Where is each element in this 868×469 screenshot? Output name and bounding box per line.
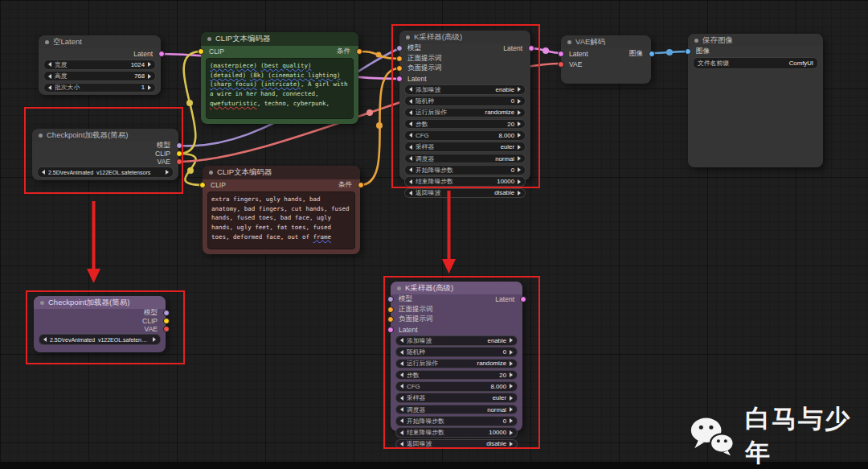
increment-arrow-icon[interactable] [510, 442, 513, 446]
negative-prompt-textarea[interactable]: extra fingers, ugly hands, bad anatomy, … [207, 191, 355, 249]
width-widget[interactable]: 宽度1024 [43, 60, 156, 70]
increment-arrow-icon[interactable] [518, 179, 521, 184]
increment-arrow-icon[interactable] [518, 156, 521, 161]
increment-arrow-icon[interactable] [510, 338, 513, 343]
filename-prefix-widget[interactable]: 文件名前缀ComfyUI [693, 57, 818, 69]
add-noise-widget[interactable]: 添加噪波enable [395, 335, 518, 346]
decrement-arrow-icon[interactable] [409, 110, 412, 115]
control-after-generate-widget[interactable]: 运行后操作randomize [395, 359, 518, 369]
node-save-image[interactable]: 保存图像 图像 文件名前缀ComfyUI [688, 34, 823, 167]
end-step-widget[interactable]: 结束降噪步数10000 [395, 427, 518, 438]
node-ksampler-advanced-top[interactable]: K采样器(高级) 模型Latent 正面提示词 负面提示词 Latent 添加噪… [399, 31, 530, 180]
model-input-port[interactable] [387, 296, 394, 302]
decrement-arrow-icon[interactable] [409, 179, 412, 184]
collapse-dot-icon[interactable] [45, 40, 49, 44]
node-title-bar[interactable]: K采样器(高级) [391, 282, 522, 294]
steps-widget[interactable]: 步数20 [404, 119, 526, 130]
increment-arrow-icon[interactable] [510, 407, 513, 412]
collapse-dot-icon[interactable] [567, 40, 571, 44]
image-output-port[interactable] [649, 51, 655, 57]
increment-arrow-icon[interactable] [148, 74, 151, 79]
decrement-arrow-icon[interactable] [400, 442, 403, 446]
start-step-widget[interactable]: 开始降噪步数0 [404, 165, 526, 175]
sampler-widget[interactable]: 采样器euler [395, 393, 518, 403]
prev-arrow-icon[interactable] [42, 170, 45, 175]
collapse-dot-icon[interactable] [39, 134, 43, 138]
decrement-arrow-icon[interactable] [48, 74, 51, 79]
return-noise-widget[interactable]: 返回噪波disable [395, 439, 518, 450]
decrement-arrow-icon[interactable] [48, 62, 51, 67]
node-title-bar[interactable]: 空Latent [39, 35, 161, 48]
decrement-arrow-icon[interactable] [409, 156, 412, 161]
negative-input-port[interactable] [387, 316, 394, 323]
batch-size-widget[interactable]: 批次大小1 [43, 83, 156, 93]
collapse-dot-icon[interactable] [207, 37, 211, 41]
decrement-arrow-icon[interactable] [400, 350, 403, 355]
node-title-bar[interactable]: 保存图像 [688, 34, 823, 47]
node-ksampler-advanced-bottom[interactable]: K采样器(高级) 模型Latent 正面提示词 负面提示词 Latent 添加噪… [391, 282, 522, 431]
increment-arrow-icon[interactable] [518, 99, 521, 104]
increment-arrow-icon[interactable] [510, 396, 513, 401]
collapse-dot-icon[interactable] [694, 39, 698, 43]
end-step-widget[interactable]: 结束降噪步数10000 [404, 176, 526, 187]
node-checkpoint-loader-top[interactable]: Checkpoint加载器(简易) 模型 CLIP VAE 2.5D\revAn… [32, 129, 178, 180]
decrement-arrow-icon[interactable] [409, 133, 412, 138]
model-output-port[interactable] [176, 142, 182, 149]
increment-arrow-icon[interactable] [510, 350, 513, 355]
decrement-arrow-icon[interactable] [409, 87, 412, 92]
next-arrow-icon[interactable] [166, 170, 169, 175]
decrement-arrow-icon[interactable] [409, 145, 412, 150]
seed-widget[interactable]: 随机种0 [404, 96, 526, 106]
increment-arrow-icon[interactable] [518, 87, 521, 92]
cfg-widget[interactable]: CFG8.000 [395, 381, 518, 392]
increment-arrow-icon[interactable] [148, 85, 151, 90]
increment-arrow-icon[interactable] [518, 110, 521, 115]
increment-arrow-icon[interactable] [518, 121, 521, 126]
decrement-arrow-icon[interactable] [409, 191, 412, 195]
node-title-bar[interactable]: Checkpoint加载器(简易) [32, 129, 178, 142]
prev-arrow-icon[interactable] [43, 337, 47, 342]
collapse-dot-icon[interactable] [406, 35, 410, 39]
collapse-dot-icon[interactable] [40, 301, 44, 305]
latent-output-port[interactable] [158, 51, 165, 57]
decrement-arrow-icon[interactable] [409, 99, 412, 104]
increment-arrow-icon[interactable] [518, 167, 521, 172]
decrement-arrow-icon[interactable] [409, 121, 412, 126]
node-graph-canvas[interactable]: 空Latent Latent 宽度1024 高度768 批次大小1 Checkp… [0, 0, 868, 469]
decrement-arrow-icon[interactable] [400, 430, 403, 435]
node-title-bar[interactable]: K采样器(高级) [399, 31, 530, 43]
conditioning-output-port[interactable] [358, 182, 364, 188]
decrement-arrow-icon[interactable] [48, 85, 51, 90]
decrement-arrow-icon[interactable] [400, 384, 403, 389]
vae-output-port[interactable] [176, 158, 182, 165]
latent-input-port[interactable] [558, 51, 564, 57]
collapse-dot-icon[interactable] [209, 171, 213, 175]
negative-input-port[interactable] [396, 65, 403, 72]
decrement-arrow-icon[interactable] [400, 372, 403, 377]
control-after-generate-widget[interactable]: 运行后操作randomize [404, 108, 526, 118]
sampler-widget[interactable]: 采样器euler [404, 142, 526, 152]
decrement-arrow-icon[interactable] [400, 418, 403, 423]
steps-widget[interactable]: 步数20 [395, 370, 518, 381]
latent-output-port[interactable] [528, 45, 534, 51]
return-noise-widget[interactable]: 返回噪波disable [404, 188, 526, 199]
decrement-arrow-icon[interactable] [400, 338, 403, 343]
increment-arrow-icon[interactable] [518, 145, 521, 150]
increment-arrow-icon[interactable] [518, 191, 521, 195]
node-clip-text-encode-negative[interactable]: CLIP文本编码器 CLIP条件 extra fingers, ugly han… [203, 166, 360, 254]
increment-arrow-icon[interactable] [510, 430, 513, 435]
increment-arrow-icon[interactable] [510, 361, 513, 366]
positive-prompt-textarea[interactable]: (masterpiece) (best quality) (detailed) … [206, 58, 354, 119]
node-title-bar[interactable]: Checkpoint加载器(简易) [34, 296, 166, 309]
increment-arrow-icon[interactable] [518, 133, 521, 138]
latent-input-port[interactable] [387, 327, 394, 333]
decrement-arrow-icon[interactable] [409, 167, 412, 172]
latent-input-port[interactable] [396, 76, 403, 82]
collapse-dot-icon[interactable] [397, 286, 401, 290]
clip-output-port[interactable] [163, 318, 170, 324]
node-empty-latent[interactable]: 空Latent Latent 宽度1024 高度768 批次大小1 [39, 35, 161, 95]
scheduler-widget[interactable]: 调度器normal [404, 154, 526, 164]
conditioning-output-port[interactable] [356, 48, 362, 55]
clip-input-port[interactable] [198, 48, 204, 55]
positive-input-port[interactable] [387, 306, 394, 313]
